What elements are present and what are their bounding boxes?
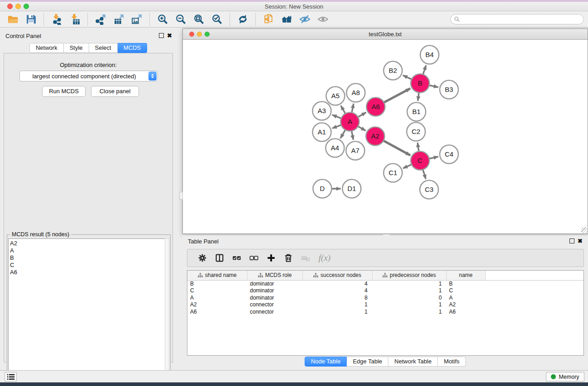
float-window-icon[interactable] — [159, 33, 164, 38]
table-row[interactable]: A6connector11A6 — [187, 308, 583, 315]
table-cell[interactable]: 1 — [372, 301, 446, 309]
network-canvas[interactable]: B4B2BB3A8A5A6A3B1AC2A1A2A4A7C4CC1DD1C3 — [183, 40, 588, 234]
select-all-checkboxes-icon[interactable] — [228, 251, 245, 265]
table-cell[interactable]: 1 — [372, 280, 446, 287]
table-cell[interactable]: A2 — [446, 301, 485, 309]
network-graph[interactable]: B4B2BB3A8A5A6A3B1AC2A1A2A4A7C4CC1DD1C3 — [183, 40, 588, 234]
table-cell[interactable]: C — [446, 287, 485, 295]
network-view-window[interactable]: testGlobe.txt B4B2BB3A8A5A6A3B1AC2A1A2A4… — [182, 29, 588, 234]
home-icon[interactable] — [277, 13, 296, 26]
open-session-icon[interactable] — [4, 13, 22, 26]
tab-motifs[interactable]: Motifs — [438, 357, 466, 367]
vertical-divider-handle[interactable] — [179, 192, 183, 200]
export-image-icon[interactable] — [128, 13, 146, 26]
result-list-item[interactable]: C — [10, 262, 165, 269]
tab-network[interactable]: Network — [29, 43, 64, 53]
resize-grip-icon[interactable] — [581, 227, 587, 233]
control-panel-tabs: NetworkStyleSelectMCDS — [0, 43, 177, 53]
table-cell[interactable]: A6 — [446, 308, 485, 315]
tab-node-table[interactable]: Node Table — [305, 357, 347, 367]
table-cell[interactable]: A6 — [187, 308, 247, 315]
show-eye-icon[interactable] — [314, 13, 332, 26]
column-header-successor-nodes[interactable]: successor nodes — [302, 271, 372, 280]
table-cell[interactable]: 1 — [302, 301, 372, 309]
table-cell[interactable]: B — [187, 280, 247, 287]
tab-edge-table[interactable]: Edge Table — [347, 357, 388, 367]
import-table-icon[interactable] — [66, 13, 84, 26]
result-list-item[interactable]: B — [10, 254, 165, 262]
table-cell[interactable]: connector — [247, 301, 302, 309]
node-label-C3: C3 — [425, 186, 433, 193]
close-panel-icon[interactable]: ✖ — [167, 33, 172, 38]
result-list-item[interactable]: A — [10, 247, 165, 254]
table-row[interactable]: Cdominator41C — [187, 287, 583, 295]
table-cell[interactable]: 0 — [372, 294, 446, 301]
tab-mcds[interactable]: MCDS — [118, 43, 147, 53]
node-label-B4: B4 — [425, 51, 434, 58]
table-cell[interactable]: 1 — [302, 308, 372, 315]
table-cell[interactable]: A2 — [187, 301, 247, 309]
zoom-out-icon[interactable] — [172, 13, 190, 26]
export-table-icon[interactable] — [110, 13, 128, 26]
search-input[interactable] — [460, 16, 583, 23]
memory-button[interactable]: Memory — [546, 372, 584, 381]
search-box[interactable] — [450, 14, 584, 24]
split-columns-icon[interactable] — [211, 251, 228, 265]
table-cell[interactable]: A — [446, 294, 485, 301]
run-mcds-button[interactable]: Run MCDS — [42, 86, 86, 97]
table-cell[interactable]: dominator — [247, 280, 302, 287]
table-row[interactable]: A2connector11A2 — [187, 301, 583, 309]
criterion-select[interactable]: largest connected component (directed) — [19, 71, 158, 81]
result-list-scrollbar[interactable] — [165, 238, 169, 386]
table-cell[interactable]: 1 — [372, 308, 446, 315]
toolbar-separator — [229, 13, 230, 26]
add-column-icon[interactable] — [263, 251, 280, 265]
close-panel-icon[interactable]: ✖ — [578, 238, 583, 243]
zoom-in-icon[interactable] — [153, 13, 172, 26]
column-header-shared-name[interactable]: shared name — [187, 271, 247, 280]
clone-network-icon[interactable] — [259, 13, 277, 26]
deselect-all-checkboxes-icon[interactable] — [245, 251, 263, 265]
hide-eye-icon[interactable] — [296, 13, 314, 26]
table-row[interactable]: Bdominator41B — [187, 280, 583, 287]
window-titlebar[interactable]: Session: New Session — [0, 2, 588, 11]
table-cell[interactable]: B — [446, 280, 485, 287]
float-window-icon[interactable] — [569, 238, 574, 243]
delete-column-icon[interactable] — [280, 251, 297, 265]
import-network-icon[interactable] — [48, 13, 66, 26]
zoom-selected-icon[interactable] — [208, 13, 226, 26]
column-header-MCDS-role[interactable]: MCDS role — [247, 271, 302, 280]
table-cell[interactable]: 8 — [302, 294, 372, 301]
export-network-icon[interactable] — [91, 13, 110, 26]
tab-style[interactable]: Style — [64, 43, 89, 53]
control-panel-title: Control Panel — [5, 33, 41, 39]
table-settings-icon[interactable] — [194, 251, 211, 265]
task-history-button[interactable] — [5, 372, 17, 381]
table-cell[interactable]: A — [187, 294, 247, 301]
node-label-A2: A2 — [371, 132, 379, 140]
criterion-selected-value: largest connected component (directed) — [20, 73, 148, 80]
table-row[interactable]: Adominator80A — [187, 294, 583, 301]
tab-select[interactable]: Select — [89, 43, 118, 53]
result-list-item[interactable]: A6 — [10, 269, 165, 276]
table-cell[interactable]: dominator — [247, 294, 302, 301]
result-list-item[interactable]: A2 — [10, 240, 165, 247]
column-header-predecessor-nodes[interactable]: predecessor nodes — [372, 271, 446, 280]
function-builder-icon: f(x) — [314, 251, 335, 265]
table-cell[interactable]: connector — [247, 308, 302, 315]
zoom-fit-icon[interactable] — [190, 13, 208, 26]
table-cell[interactable]: 4 — [302, 287, 372, 295]
table-cell[interactable]: dominator — [247, 287, 302, 295]
memory-status-icon — [551, 374, 556, 379]
column-header-name[interactable]: name — [446, 271, 485, 280]
table-cell[interactable]: 4 — [302, 280, 372, 287]
refresh-layout-icon[interactable] — [234, 13, 252, 26]
table-cell[interactable]: 1 — [372, 287, 446, 295]
node-table[interactable]: shared nameMCDS rolesuccessor nodesprede… — [187, 270, 584, 356]
save-session-icon[interactable] — [22, 13, 40, 26]
network-window-titlebar[interactable]: testGlobe.txt — [183, 29, 588, 40]
table-cell[interactable]: C — [187, 287, 247, 295]
mcds-result-list[interactable]: A2ABCA6 — [8, 238, 166, 386]
close-panel-button[interactable]: Close panel — [91, 86, 139, 97]
tab-network-table[interactable]: Network Table — [388, 357, 438, 367]
